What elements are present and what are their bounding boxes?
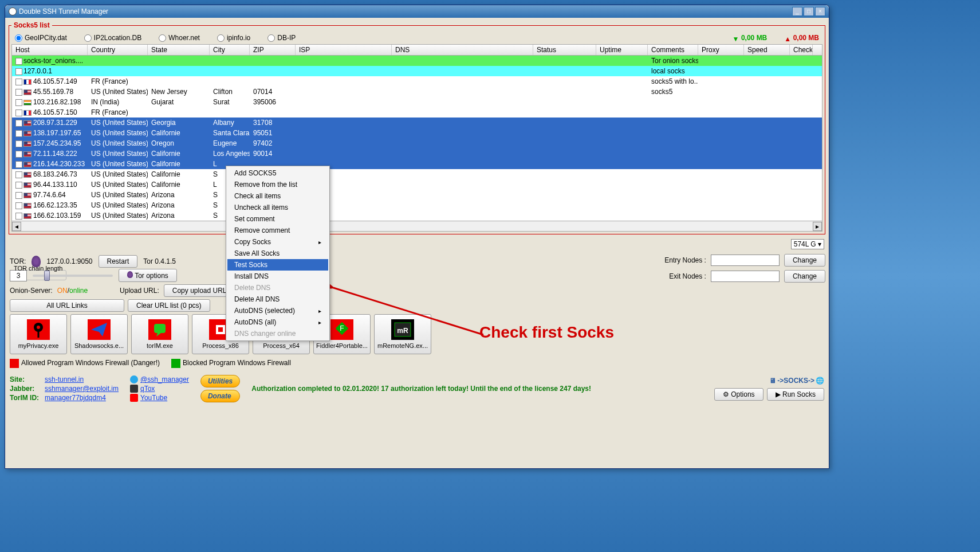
th-proxy[interactable]: Proxy bbox=[698, 45, 744, 55]
table-row[interactable]: 157.245.234.95US (United States)OregonEu… bbox=[12, 138, 822, 148]
clear-url-list-button[interactable]: Clear URL list (0 pcs) bbox=[128, 299, 210, 312]
table-row[interactable]: 127.0.0.1local socks bbox=[12, 66, 822, 76]
row-checkbox[interactable] bbox=[15, 192, 22, 199]
row-checkbox[interactable] bbox=[15, 161, 22, 168]
row-checkbox[interactable] bbox=[15, 213, 22, 220]
restart-button[interactable]: Restart bbox=[99, 255, 138, 268]
table-row[interactable]: 166.62.103.159US (United States)ArizonaS bbox=[12, 210, 822, 221]
table-row[interactable]: 96.44.133.110US (United States)Californi… bbox=[12, 179, 822, 190]
radio-ip2location[interactable]: IP2Location.DB bbox=[84, 34, 141, 42]
youtube-link[interactable]: YouTube bbox=[130, 394, 189, 402]
all-url-links-button[interactable]: All URL Links bbox=[10, 299, 124, 312]
context-menu-item[interactable]: AutoDNS (all)▸ bbox=[227, 316, 328, 328]
entry-nodes-input[interactable] bbox=[711, 255, 780, 266]
submenu-arrow-icon: ▸ bbox=[318, 239, 321, 245]
scroll-left-button[interactable]: ◂ bbox=[12, 222, 21, 231]
context-menu-item[interactable]: Remove comment bbox=[227, 225, 328, 236]
flag-icon bbox=[23, 172, 32, 178]
table-row[interactable]: socks-tor_onions....Tor onion socks bbox=[12, 56, 822, 66]
qtox-link[interactable]: qTox bbox=[130, 385, 189, 393]
launcher-button[interactable]: torIM.exe bbox=[131, 314, 188, 354]
th-uptime[interactable]: Uptime bbox=[596, 45, 648, 55]
context-menu-item[interactable]: Test Socks bbox=[227, 259, 328, 271]
entry-change-button[interactable]: Change bbox=[784, 254, 825, 267]
context-menu-item[interactable]: Save All Socks bbox=[227, 248, 328, 259]
th-state[interactable]: State bbox=[148, 45, 210, 55]
row-checkbox[interactable] bbox=[15, 68, 22, 75]
launcher-button[interactable]: Shadowsocks.e... bbox=[70, 314, 128, 354]
exit-nodes-input[interactable] bbox=[711, 271, 780, 282]
table-row[interactable]: 72.11.148.222US (United States)Californi… bbox=[12, 148, 822, 159]
minimize-button[interactable]: _ bbox=[792, 7, 802, 16]
radio-ipinfo[interactable]: ipinfo.io bbox=[217, 34, 250, 42]
th-city[interactable]: City bbox=[210, 45, 250, 55]
row-checkbox[interactable] bbox=[15, 120, 22, 127]
scroll-right-button[interactable]: ▸ bbox=[813, 222, 822, 231]
row-checkbox[interactable] bbox=[15, 99, 22, 106]
table-row[interactable]: 216.144.230.233US (United States)Califor… bbox=[12, 159, 822, 169]
table-row[interactable]: 68.183.246.73US (United States)Californi… bbox=[12, 169, 822, 179]
chain-length-slider[interactable] bbox=[33, 275, 113, 277]
row-checkbox[interactable] bbox=[15, 130, 22, 137]
horizontal-scrollbar[interactable]: ◂ ▸ bbox=[11, 221, 822, 232]
context-menu-item[interactable]: Delete All DNS bbox=[227, 293, 328, 305]
run-socks-button[interactable]: ▶ Run Socks bbox=[767, 388, 824, 401]
context-menu-item[interactable]: Set comment bbox=[227, 213, 328, 225]
torim-link[interactable]: manager77bjdqdm4 bbox=[45, 394, 119, 402]
row-checkbox[interactable] bbox=[15, 89, 22, 96]
table-row[interactable]: 97.74.6.64US (United States)ArizonaS bbox=[12, 190, 822, 200]
table-row[interactable]: 166.62.123.35US (United States)ArizonaS bbox=[12, 200, 822, 210]
context-menu-item[interactable]: Remove from the list bbox=[227, 179, 328, 190]
row-checkbox[interactable] bbox=[15, 79, 22, 85]
table-row[interactable]: 138.197.197.65US (United States)Californ… bbox=[12, 128, 822, 138]
table-row[interactable]: 46.105.57.150FR (France) bbox=[12, 107, 822, 118]
row-checkbox[interactable] bbox=[15, 171, 22, 178]
context-menu-item[interactable]: Uncheck all items bbox=[227, 202, 328, 213]
tor-options-button[interactable]: Tor options bbox=[119, 269, 177, 282]
row-checkbox[interactable] bbox=[15, 202, 22, 209]
th-check[interactable]: Check bbox=[790, 45, 813, 55]
exit-change-button[interactable]: Change bbox=[784, 270, 825, 283]
launcher-button[interactable]: mRmRemoteNG.ex... bbox=[374, 314, 431, 354]
context-menu[interactable]: Add SOCKS5Remove from the listCheck all … bbox=[226, 166, 330, 341]
tor-label: TOR: bbox=[10, 257, 26, 265]
context-menu-item[interactable]: Check all items bbox=[227, 190, 328, 202]
th-dns[interactable]: DNS bbox=[392, 45, 533, 55]
row-checkbox[interactable] bbox=[15, 109, 22, 116]
context-menu-item[interactable]: Install DNS bbox=[227, 271, 328, 282]
th-status[interactable]: Status bbox=[533, 45, 596, 55]
th-country[interactable]: Country bbox=[88, 45, 148, 55]
row-checkbox[interactable] bbox=[15, 140, 22, 147]
maximize-button[interactable]: □ bbox=[804, 7, 814, 16]
telegram-link[interactable]: @ssh_manager bbox=[130, 375, 189, 383]
radio-geoipcity[interactable]: GeoIPCity.dat bbox=[15, 34, 67, 42]
utilities-button[interactable]: Utilities bbox=[200, 375, 240, 387]
th-zip[interactable]: ZIP bbox=[250, 45, 296, 55]
copy-upload-url-button[interactable]: Copy upload URL bbox=[164, 284, 235, 297]
socks-table-body[interactable]: socks-tor_onions....Tor onion socks127.0… bbox=[11, 56, 822, 221]
row-checkbox[interactable] bbox=[15, 58, 22, 65]
app-icon bbox=[9, 7, 17, 15]
table-row[interactable]: 208.97.31.229US (United States)GeorgiaAl… bbox=[12, 118, 822, 128]
row-checkbox[interactable] bbox=[15, 151, 22, 158]
table-row[interactable]: 46.105.57.149FR (France)socks5 with lo..… bbox=[12, 76, 822, 87]
table-row[interactable]: 103.216.82.198IN (India)GujaratSurat3950… bbox=[12, 97, 822, 107]
table-row[interactable]: 45.55.169.78US (United States)New Jersey… bbox=[12, 87, 822, 97]
jabber-link[interactable]: sshmanager@exploit.im bbox=[45, 385, 119, 393]
row-checkbox[interactable] bbox=[15, 182, 22, 189]
launcher-button[interactable]: myPrivacy.exe bbox=[10, 314, 67, 354]
context-menu-item[interactable]: Copy Socks▸ bbox=[227, 236, 328, 248]
radio-whoer[interactable]: Whoer.net bbox=[159, 34, 200, 42]
close-button[interactable]: × bbox=[815, 7, 825, 16]
th-host[interactable]: Host bbox=[12, 45, 88, 55]
donate-button[interactable]: Donate bbox=[200, 390, 240, 402]
radio-dbip[interactable]: DB-IP bbox=[267, 34, 296, 42]
th-comments[interactable]: Comments bbox=[648, 45, 698, 55]
context-menu-item[interactable]: Add SOCKS5 bbox=[227, 167, 328, 179]
context-menu-item[interactable]: AutoDNS (selected)▸ bbox=[227, 305, 328, 316]
th-isp[interactable]: ISP bbox=[296, 45, 392, 55]
th-speed[interactable]: Speed bbox=[744, 45, 790, 55]
site-link[interactable]: ssh-tunnel.in bbox=[45, 375, 119, 383]
nic-select[interactable]: 574L G ▾ bbox=[791, 239, 824, 249]
options-button[interactable]: ⚙ Options bbox=[714, 388, 763, 401]
